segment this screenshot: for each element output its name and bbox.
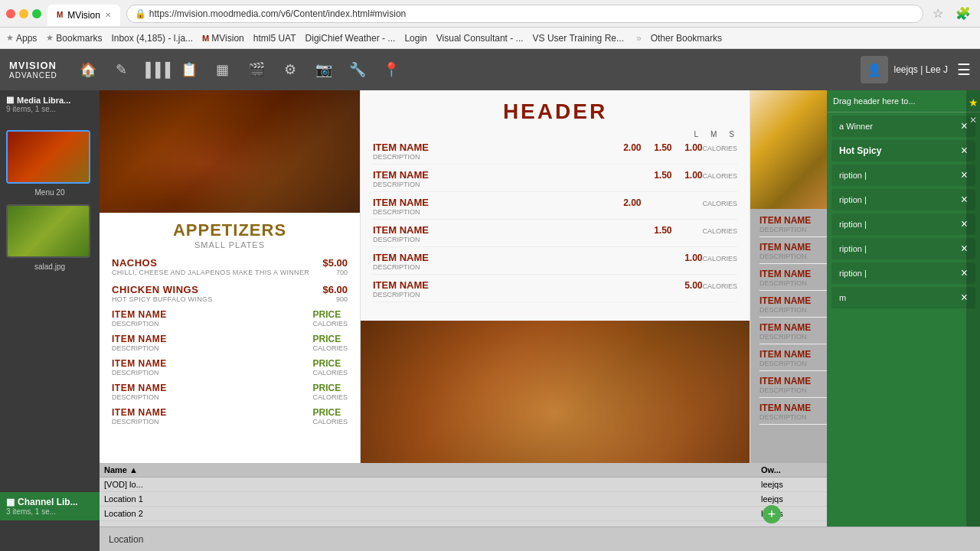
hamburger-menu-button[interactable]: ☰: [957, 60, 971, 79]
location1-owner: leejqs: [761, 494, 822, 504]
drag-item-desc-3-label: ription |: [839, 220, 867, 229]
bookmark-star-icon[interactable]: ☆: [933, 6, 943, 21]
thumbnail-salad-label: salad.jpg: [6, 262, 93, 271]
chicken-wings-bg: [100, 90, 360, 213]
nachos-desc: CHILLI, CHEESE AND JALAPENOS MAKE THIS A…: [112, 269, 322, 276]
bookmark-mvision[interactable]: M MVision: [202, 33, 244, 44]
center-item-6: ITEM NAME DESCRIPTION 5.00 CALORIES: [373, 279, 737, 302]
drag-item-desc-5: ription | ×: [831, 262, 975, 284]
media-lib-icon: ▦: [6, 95, 14, 105]
bookmark-apps-label: Apps: [16, 33, 37, 44]
appetizers-title: APPETIZERS: [112, 220, 348, 240]
price-col-s: S: [729, 130, 734, 139]
bookmark-html5[interactable]: html5 UAT: [253, 33, 296, 44]
drag-item-desc-3: ription | ×: [831, 214, 975, 235]
menu-item-generic-3: ITEM NAMEDESCRIPTION PRICECALORIES: [112, 358, 348, 377]
media-library-title: ▦ Media Libra...: [6, 95, 93, 105]
nav-location-button[interactable]: 📍: [376, 54, 407, 85]
table-row-vod[interactable]: [VOD] lo... leejqs: [100, 478, 827, 492]
table-row-location1[interactable]: Location 1 leejqs: [100, 492, 827, 507]
bookmarks-bar: ★ Apps ★ Bookmarks Inbox (4,185) - l.ja.…: [0, 28, 980, 49]
bookmark-vs-training[interactable]: VS User Training Re...: [533, 33, 624, 44]
bookmark-other-label: Other Bookmarks: [651, 33, 722, 44]
tab-close-button[interactable]: ✕: [105, 11, 111, 19]
thumbnail-menu20[interactable]: [6, 130, 90, 184]
center-top-section: HEADER L M S ITEM NAME DESCRIPTION 2.00: [361, 90, 750, 321]
nav-list-button[interactable]: 📋: [174, 54, 204, 85]
chicken-wings-image: [100, 90, 360, 213]
bookmark-digichief-label: DigiChief Weather - ...: [305, 33, 396, 44]
channel-lib-title: ▦ Channel Lib...: [6, 497, 93, 507]
table-row-location2[interactable]: Location 2 leejqs: [100, 507, 827, 521]
nav-home-button[interactable]: 🏠: [73, 54, 103, 85]
right-actions-panel: ★ ✕: [966, 90, 980, 551]
add-item-button[interactable]: +: [763, 505, 781, 523]
browser-chrome: M MVision ✕ 🔒 https://mvision.moodmedia.…: [0, 0, 980, 28]
bookmark-apps[interactable]: ★ Apps: [6, 33, 37, 44]
bookmark-login[interactable]: Login: [404, 33, 426, 44]
drag-item-desc-2-label: ription |: [839, 195, 867, 204]
more-bookmarks-icon[interactable]: »: [636, 33, 642, 44]
star-button-1[interactable]: ★: [969, 96, 978, 109]
apps-star-icon: ★: [6, 33, 14, 43]
drag-item-m-label: m: [839, 293, 846, 302]
menu-item-nachos: NACHOS CHILLI, CHEESE AND JALAPENOS MAKE…: [112, 257, 348, 276]
nav-tools-button[interactable]: 🔧: [342, 54, 373, 85]
bookmark-other[interactable]: Other Bookmarks: [651, 33, 722, 44]
thumbnail-menu20-label: Menu 20: [6, 188, 93, 197]
price-col-m: M: [710, 130, 717, 139]
bookmark-inbox[interactable]: Inbox (4,185) - l.ja...: [111, 33, 193, 44]
thumbnail-salad[interactable]: [6, 204, 90, 258]
menu-item-generic-1: ITEM NAMEDESCRIPTION PRICECALORIES: [112, 309, 348, 328]
media-lib-label: Media Libra...: [17, 96, 70, 105]
nav-media-button[interactable]: 🎬: [241, 54, 272, 85]
location1-name: Location 1: [104, 494, 761, 504]
appetizers-section: APPETIZERS SMALL PLATES NACHOS CHILLI, C…: [100, 213, 360, 433]
drag-header: Drag header here to...: [827, 90, 980, 112]
close-window-button[interactable]: [6, 9, 15, 18]
extensions-icon[interactable]: 🧩: [956, 6, 971, 21]
close-button-1[interactable]: ✕: [969, 115, 977, 126]
bookmark-visual-consultant[interactable]: Visual Consultant - ...: [436, 33, 524, 44]
menu-header-title: HEADER: [373, 99, 737, 124]
bookmark-bookmarks[interactable]: ★ Bookmarks: [46, 33, 102, 44]
minimize-window-button[interactable]: [19, 9, 28, 18]
channel-lib-sub: 3 items, 1 se...: [6, 507, 93, 516]
nav-edit-button[interactable]: ✎: [106, 54, 137, 85]
center-item-3: ITEM NAME DESCRIPTION 2.00 CALORIES: [373, 197, 737, 220]
bookmark-inbox-label: Inbox (4,185) - l.ja...: [111, 33, 193, 44]
tab-favicon: M: [57, 11, 63, 19]
bookmark-bookmarks-label: Bookmarks: [56, 33, 102, 44]
brand-sub: ADVANCED: [9, 71, 57, 80]
vod-name: [VOD] lo...: [104, 480, 761, 489]
drag-item-desc-1: ription | ×: [831, 165, 975, 186]
nav-library-button[interactable]: ▐▐▐: [140, 54, 171, 85]
main-area: ▦ Media Libra... 9 items, 1 se... Menu 2…: [0, 90, 980, 551]
price-header: L M S: [373, 130, 737, 139]
col-owner-header[interactable]: Ow...: [761, 465, 822, 474]
bookmark-digichief[interactable]: DigiChief Weather - ...: [305, 33, 396, 44]
content-panel: APPETIZERS SMALL PLATES NACHOS CHILLI, C…: [100, 90, 980, 551]
nachos-cal: 700: [322, 269, 348, 276]
chicken-wings-name: CHICKEN WINGS: [112, 284, 322, 295]
drag-item-desc-1-label: ription |: [839, 171, 867, 180]
browser-tab[interactable]: M MVision ✕: [47, 5, 120, 26]
bookmark-vst-label: VS User Training Re...: [533, 33, 624, 44]
bookmark-vc-label: Visual Consultant - ...: [436, 33, 524, 44]
thumbnail-menu20-preview: [8, 132, 89, 182]
bookmark-html5-label: html5 UAT: [253, 33, 296, 44]
nav-camera-button[interactable]: 📷: [309, 54, 339, 85]
drag-items-panel: Drag header here to... a Winner × Hot Sp…: [827, 90, 980, 551]
brand-title: MVISION: [9, 60, 57, 71]
maximize-window-button[interactable]: [32, 9, 41, 18]
nav-grid-button[interactable]: ▦: [207, 54, 238, 85]
col-name-header[interactable]: Name ▲: [104, 465, 761, 474]
url-text: https://mvision.moodmedia.com/v6/Content…: [149, 8, 406, 19]
nav-settings-button[interactable]: ⚙: [275, 54, 305, 85]
chicken-wings-cal: 900: [322, 295, 348, 303]
center-item-1: ITEM NAME DESCRIPTION 2.00 1.50 1.00 CAL…: [373, 142, 737, 165]
channel-lib-label: Channel Lib...: [18, 497, 78, 507]
url-bar[interactable]: 🔒 https://mvision.moodmedia.com/v6/Conte…: [126, 5, 923, 23]
window-controls: [6, 9, 41, 18]
bookmarks-star-icon: ★: [46, 33, 54, 43]
